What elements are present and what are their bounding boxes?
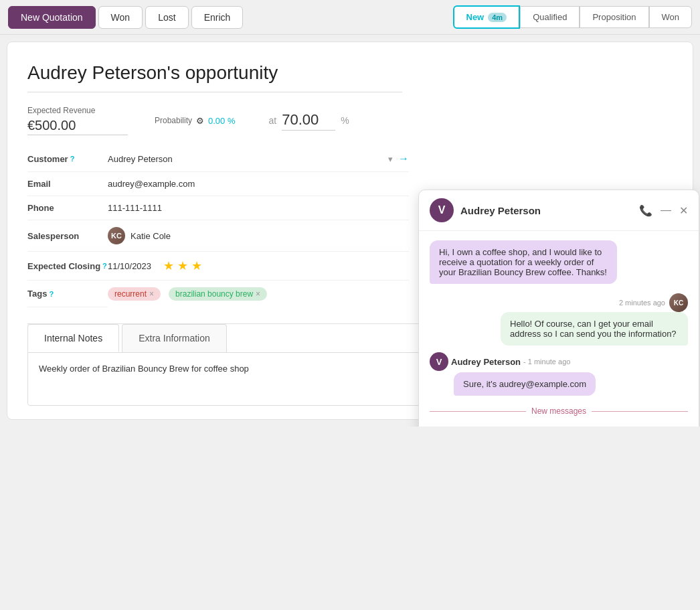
chat-panel: V Audrey Peterson 📞 — ✕ Hi, I own a coff… — [418, 189, 699, 427]
pipeline-step-won[interactable]: Won — [649, 6, 693, 28]
new-quotation-button[interactable]: New Quotation — [8, 6, 96, 29]
salesperson-field[interactable]: KC Katie Cole — [108, 220, 409, 252]
at-section: at 70.00 % — [269, 111, 349, 131]
tag-brazilian-bouncy-brew[interactable]: brazilian bouncy brew × — [169, 287, 267, 301]
customer-label: Customer ? — [27, 146, 108, 172]
chat-message-1: Hi, I own a coffee shop, and I would lik… — [430, 240, 688, 284]
tag-recurrent-close[interactable]: × — [149, 289, 154, 299]
probability-value: 0.00 % — [208, 116, 235, 126]
chat-header: V Audrey Peterson 📞 — ✕ — [419, 190, 699, 231]
chat-body: Hi, I own a coffee shop, and I would lik… — [419, 231, 699, 427]
main-content: Audrey Peterson's opportunity Expected R… — [7, 42, 693, 420]
pipeline-step-new-label: New — [466, 12, 485, 22]
salesperson-label: Salesperson — [27, 220, 108, 252]
at-value[interactable]: 70.00 — [282, 111, 335, 131]
chat-time-2: 2 minutes ago — [619, 299, 665, 307]
chat-message-2: 2 minutes ago KC Hello! Of course, can I… — [430, 291, 688, 346]
phone-icon[interactable]: 📞 — [639, 204, 652, 217]
chat-sender-row: V Audrey Peterson - 1 minute ago — [430, 352, 570, 371]
pipeline-step-proposition[interactable]: Proposition — [580, 6, 648, 28]
tag-brazilian-close[interactable]: × — [256, 289, 260, 299]
salesperson-row: KC Katie Cole — [108, 227, 171, 244]
external-link-icon[interactable]: → — [398, 153, 409, 165]
closing-help-icon: ? — [102, 262, 107, 270]
chat-bubble-2: Hello! Of course, can I get your email a… — [501, 312, 688, 346]
enrich-button[interactable]: Enrich — [191, 6, 244, 29]
chat-message-3-row: V Audrey Peterson - 1 minute ago Sure, i… — [430, 352, 688, 396]
pipeline-step-qualified-label: Qualified — [533, 12, 567, 22]
tag-brazilian-label: brazilian bouncy brew — [175, 289, 253, 299]
tab-extra-information[interactable]: Extra Information — [122, 324, 227, 352]
email-label: Email — [27, 172, 108, 196]
phone-field[interactable]: 111-111-1111 — [108, 196, 409, 220]
pipeline-step-new[interactable]: New 4m — [453, 5, 521, 29]
chat-contact-name: Audrey Peterson — [460, 205, 632, 216]
top-bar: New Quotation Won Lost Enrich New 4m Qua… — [0, 0, 700, 35]
salesperson-name: Katie Cole — [130, 231, 171, 241]
chat-sender-name: Audrey Peterson — [451, 357, 521, 367]
tag-recurrent[interactable]: recurrent × — [108, 287, 161, 301]
chat-sender-time: - 1 minute ago — [523, 358, 570, 366]
chat-bubble-3: Sure, it's audrey@example.com — [454, 372, 596, 396]
at-label: at — [269, 115, 277, 126]
customer-help-icon: ? — [70, 155, 75, 163]
tags-help-icon: ? — [49, 290, 54, 298]
expected-revenue-group: Expected Revenue €500.00 — [27, 106, 128, 135]
new-messages-divider: New messages — [430, 406, 688, 416]
lost-button[interactable]: Lost — [145, 6, 188, 29]
chat-bubble-1: Hi, I own a coffee shop, and I would lik… — [430, 240, 617, 284]
phone-value: 111-111-1111 — [108, 203, 162, 213]
email-value: audrey@example.com — [108, 179, 195, 189]
priority-stars[interactable]: ★ ★ ★ — [163, 258, 202, 273]
salesperson-avatar: KC — [108, 227, 125, 244]
chat-header-actions: 📞 — ✕ — [639, 204, 688, 217]
pipeline-step-won-label: Won — [662, 12, 680, 22]
close-icon[interactable]: ✕ — [679, 204, 688, 217]
revenue-section: Expected Revenue €500.00 Probability ⚙ 0… — [27, 106, 673, 135]
probability-group: Probability ⚙ 0.00 % — [155, 116, 236, 126]
expected-revenue-label: Expected Revenue — [27, 106, 128, 115]
customer-field[interactable]: Audrey Peterson ▾ → — [108, 146, 409, 172]
chat-meta-2: 2 minutes ago KC — [619, 293, 688, 312]
expected-revenue-value[interactable]: €500.00 — [27, 118, 128, 135]
won-button[interactable]: Won — [98, 6, 143, 29]
tag-recurrent-label: recurrent — [114, 289, 147, 299]
at-unit: % — [341, 115, 349, 126]
tags-field: recurrent × brazilian bouncy brew × — [108, 281, 409, 307]
dropdown-icon[interactable]: ▾ — [388, 154, 393, 164]
pipeline-step-new-badge: 4m — [488, 13, 507, 22]
expected-closing-label: Expected Closing ? — [27, 252, 108, 281]
expected-closing-field[interactable]: 11/10/2023 ★ ★ ★ — [108, 252, 409, 281]
phone-label: Phone — [27, 196, 108, 220]
expected-closing-value: 11/10/2023 — [108, 261, 151, 271]
fields-grid: Customer ? Audrey Peterson ▾ → Email aud… — [27, 146, 409, 307]
pipeline-step-proposition-label: Proposition — [592, 12, 636, 22]
pipeline-step-qualified[interactable]: Qualified — [520, 6, 580, 28]
divider-line-left — [430, 411, 526, 412]
pipeline-bar: New 4m Qualified Proposition Won — [453, 5, 693, 29]
divider-line-right — [592, 411, 688, 412]
divider-label: New messages — [531, 406, 586, 416]
chat-avatar-small: V — [430, 352, 448, 371]
action-buttons: New Quotation Won Lost Enrich — [8, 6, 243, 29]
email-field[interactable]: audrey@example.com — [108, 172, 409, 196]
probability-label: Probability — [155, 116, 192, 125]
minimize-icon[interactable]: — — [661, 204, 671, 217]
outgoing-avatar: KC — [669, 293, 688, 312]
chat-contact-avatar: V — [430, 198, 454, 222]
gear-icon[interactable]: ⚙ — [196, 116, 204, 126]
customer-value: Audrey Peterson — [108, 154, 383, 164]
tab-internal-notes[interactable]: Internal Notes — [27, 324, 119, 352]
tags-label: Tags ? — [27, 281, 108, 307]
page-title: Audrey Peterson's opportunity — [27, 62, 402, 92]
